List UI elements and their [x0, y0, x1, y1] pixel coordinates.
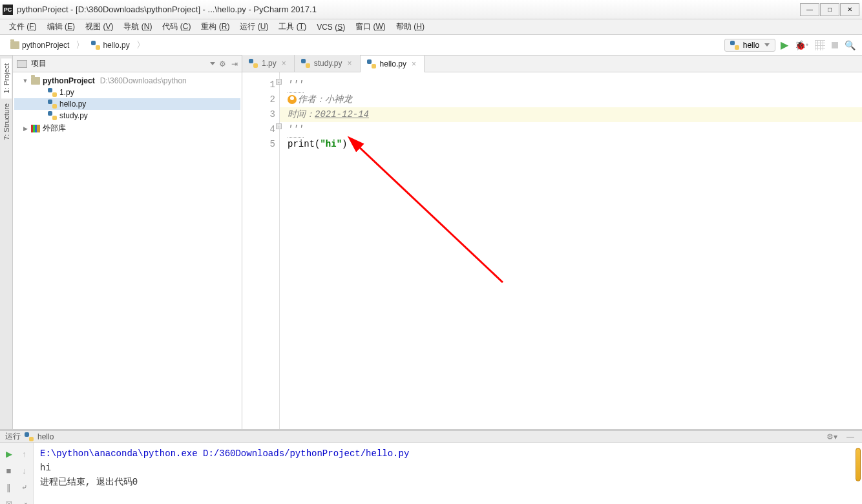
tool-tab-project[interactable]: 1: Project [1, 58, 12, 98]
menu-t[interactable]: 工具 (T) [273, 20, 311, 34]
toolbar-actions: ▶ 🐞 🔍 [781, 39, 856, 51]
libraries-icon [31, 125, 40, 132]
code-line[interactable]: 作者：小神龙 [288, 92, 862, 107]
tree-arrow-icon[interactable]: ▶ [22, 125, 28, 132]
python-icon [48, 111, 57, 120]
tree-arrow-icon[interactable]: ▼ [22, 78, 28, 84]
run-button[interactable]: ▶ [781, 39, 788, 51]
close-button[interactable]: ✕ [840, 3, 859, 16]
run-panel-body: ▶ ↑ ■ ↓ ‖ ⤶ ☒ ⇥ E:\python\anaconda\pytho… [0, 443, 862, 504]
breadcrumb-item[interactable]: pythonProject [6, 39, 73, 51]
tab-label: study.py [314, 59, 342, 68]
stop-button[interactable] [832, 42, 838, 48]
editor-tab[interactable]: hello.py× [361, 56, 425, 72]
run-config-name: hello [743, 41, 759, 50]
code-line[interactable]: ''' [288, 122, 862, 137]
stop-button[interactable]: ■ [3, 465, 15, 476]
close-tab-icon[interactable]: × [280, 59, 288, 68]
tree-label: hello.py [59, 100, 86, 109]
python-icon [730, 41, 739, 50]
code-line[interactable]: print("hi") [288, 137, 862, 152]
close-tab-button[interactable]: ☒ [3, 498, 15, 504]
collapse-icon[interactable]: ⇥ [231, 59, 238, 68]
maximize-button[interactable]: □ [820, 3, 839, 16]
down-stack-button[interactable]: ↓ [19, 465, 30, 476]
tree-item[interactable]: study.py [14, 110, 240, 121]
window-controls: — □ ✕ [800, 3, 859, 16]
run-panel-header: 运行 hello ⚙▾ — [0, 431, 862, 443]
soft-wrap-button[interactable]: ⤶ [19, 481, 30, 493]
close-tab-icon[interactable]: × [410, 59, 417, 68]
project-tree[interactable]: ▼pythonProjectD:\360Downloads\python1.py… [13, 72, 242, 429]
tree-item[interactable]: ▶外部库 [14, 121, 240, 135]
menu-v[interactable]: 视图 (V) [80, 20, 118, 34]
console-line: E:\python\anaconda\python.exe D:/360Down… [40, 446, 856, 461]
code-line[interactable]: ''' [288, 78, 862, 92]
run-panel-toolbar: ▶ ↑ ■ ↓ ‖ ⤶ ☒ ⇥ [0, 443, 34, 504]
console-output[interactable]: E:\python\anaconda\python.exe D:/360Down… [34, 443, 862, 504]
editor-tabs: 1.py×study.py×hello.py× [242, 56, 862, 72]
menu-e[interactable]: 编辑 (E) [42, 20, 80, 34]
breadcrumb-item[interactable]: hello.py [87, 39, 133, 51]
run-panel-config-name: hello [37, 432, 54, 441]
chevron-right-icon: 〉 [76, 39, 85, 51]
code-line[interactable]: 时间：2021-12-14 [280, 107, 862, 122]
run-configuration-selector[interactable]: hello [724, 39, 775, 52]
settings-icon[interactable]: ⚙ [219, 59, 226, 68]
close-tab-icon[interactable]: × [346, 59, 353, 68]
breadcrumb: pythonProject〉hello.py〉 [6, 39, 724, 51]
svg-line-0 [357, 145, 503, 282]
tree-label: 1.py [59, 88, 74, 97]
tab-label: hello.py [380, 59, 406, 68]
pause-button[interactable]: ‖ [3, 481, 15, 493]
minimize-button[interactable]: — [800, 3, 819, 16]
menu-n[interactable]: 导航 (N) [118, 20, 157, 34]
code-editor[interactable]: - - 12345 '''作者：小神龙时间：2021-12-14'''print… [242, 72, 862, 429]
up-stack-button[interactable]: ↑ [19, 448, 30, 459]
project-panel-tools: ⚙ ⇥ [219, 59, 238, 68]
breadcrumb-label: hello.py [103, 41, 129, 50]
coverage-button[interactable] [815, 40, 825, 50]
menu-h[interactable]: 帮助 (H) [391, 20, 430, 34]
console-line: hi [40, 461, 856, 475]
rerun-button[interactable]: ▶ [3, 448, 15, 459]
window-titlebar: PC pythonProject - [D:\360Downloads\pyth… [0, 0, 862, 19]
tree-item[interactable]: ▼pythonProjectD:\360Downloads\python [14, 75, 240, 87]
line-number: 2 [242, 92, 275, 107]
scroll-end-button[interactable]: ⇥ [19, 498, 30, 504]
main-area: 1: Project7: Structure 项目 ⚙ ⇥ ▼pythonPro… [0, 56, 862, 429]
python-icon [48, 88, 57, 97]
menu-w[interactable]: 窗口 (W) [350, 20, 391, 34]
scrollbar-vertical[interactable] [856, 448, 861, 481]
project-panel-header: 项目 ⚙ ⇥ [13, 56, 242, 72]
editor-tab[interactable]: study.py× [295, 55, 361, 72]
tree-label: pythonProject [43, 76, 95, 85]
chevron-down-icon [764, 43, 770, 47]
search-everywhere-button[interactable]: 🔍 [845, 40, 856, 50]
editor-content[interactable]: '''作者：小神龙时间：2021-12-14'''print("hi") [280, 72, 862, 429]
chevron-down-icon[interactable] [210, 62, 215, 65]
tree-item[interactable]: 1.py [14, 87, 240, 98]
navigation-bar: pythonProject〉hello.py〉 hello ▶ 🐞 🔍 [0, 35, 862, 56]
python-icon [91, 41, 100, 50]
menu-f[interactable]: 文件 (F) [4, 20, 42, 34]
run-settings-icon[interactable]: ⚙▾ [824, 432, 840, 441]
menu-s[interactable]: VCS (S) [311, 21, 350, 33]
debug-button[interactable]: 🐞 [795, 40, 808, 50]
left-tool-tabs: 1: Project7: Structure [0, 56, 13, 429]
tree-item[interactable]: hello.py [14, 98, 240, 110]
line-number: 3 [242, 107, 275, 122]
run-tool-window: 运行 hello ⚙▾ — ▶ ↑ ■ ↓ ‖ ⤶ ☒ ⇥ [0, 429, 862, 503]
tool-tab-structure[interactable]: 7: Structure [1, 98, 12, 145]
window-title: pythonProject - [D:\360Downloads\pythonP… [17, 5, 800, 14]
menu-r[interactable]: 重构 (R) [196, 20, 235, 34]
breadcrumb-label: pythonProject [22, 41, 69, 50]
menu-c[interactable]: 代码 (C) [157, 20, 196, 34]
editor-tab[interactable]: 1.py× [242, 55, 295, 72]
python-icon [301, 59, 310, 68]
run-hide-icon[interactable]: — [844, 432, 857, 441]
run-panel-label: 运行 [5, 431, 21, 442]
project-view-icon [17, 60, 27, 68]
menu-u[interactable]: 运行 (U) [235, 20, 273, 34]
tab-label: 1.py [262, 59, 277, 68]
